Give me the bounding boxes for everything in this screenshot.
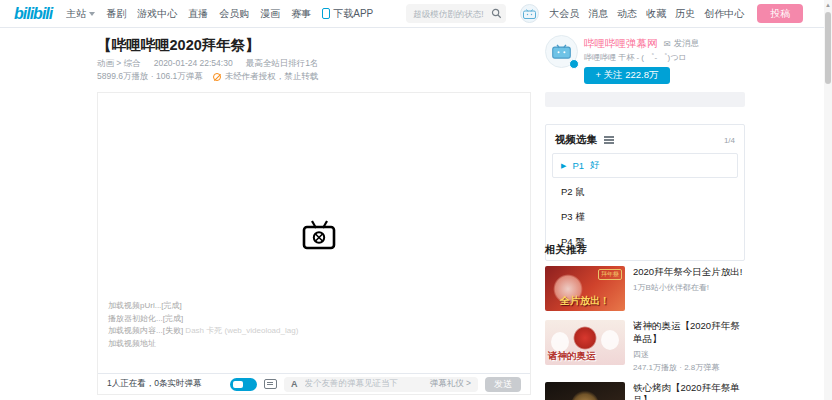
- font-style-icon[interactable]: A: [291, 379, 298, 389]
- related-video-info: 铁心烤肉【2020拜年祭单品】 艾叶 303.2万播放 · 18.3万弹幕: [633, 382, 745, 400]
- playlist-title: 视频选集: [555, 133, 597, 147]
- related-video-stats: 247.1万播放 · 2.8万弹幕: [633, 362, 745, 373]
- tv-face-icon: [552, 44, 571, 59]
- nav-download-app[interactable]: 下载APP: [322, 7, 373, 21]
- nav-game-center[interactable]: 游戏中心: [137, 7, 177, 21]
- nav-live[interactable]: 直播: [188, 7, 208, 21]
- page-title: 【哔哩哔哩2020拜年祭】: [97, 36, 260, 55]
- video-thumbnail[interactable]: 铁心烤肉: [545, 382, 625, 400]
- send-message-label: 发消息: [674, 38, 700, 50]
- related-video-title[interactable]: 诸神的奥运【2020拜年祭单品】: [633, 320, 745, 346]
- thumbnail-art: [573, 326, 597, 350]
- thumbnail-text: 诸神的奥运: [548, 350, 596, 363]
- broken-tv-icon: [301, 219, 337, 251]
- video-player[interactable]: 加载视频pUrl...[完成] 播放器初始化...[完成] 加载视频内容...[…: [97, 92, 531, 395]
- send-danmaku-button[interactable]: 发送: [485, 377, 521, 392]
- upload-button[interactable]: 投稿: [757, 4, 803, 23]
- video-thumbnail[interactable]: 拜年祭 全片放出！: [545, 266, 625, 311]
- user-avatar[interactable]: [520, 4, 539, 23]
- related-video-title[interactable]: 铁心烤肉【2020拜年祭单品】: [633, 382, 745, 400]
- player-log-line: 加载视频pUrl...[完成]: [108, 300, 298, 313]
- playing-icon: ▶: [561, 162, 566, 170]
- nav-mainsite[interactable]: 主站: [66, 7, 95, 21]
- danmaku-toggle-knob: [233, 381, 243, 388]
- scrollbar-thumb[interactable]: [825, 12, 831, 84]
- bilibili-logo[interactable]: bilibili: [14, 5, 52, 23]
- playlist-item-p3[interactable]: P3 槿: [546, 205, 744, 230]
- related-video-info: 诸神的奥运【2020拜年祭单品】 四迷 247.1万播放 · 2.8万弹幕: [633, 320, 745, 373]
- related-video-card[interactable]: 拜年祭 全片放出！ 2020拜年祭今日全片放出! 1万B站小伙伴都在看!: [545, 266, 747, 311]
- nav-manga[interactable]: 漫画: [260, 7, 280, 21]
- watching-count: 1人正在看，0条实时弹幕: [107, 378, 223, 390]
- video-meta-line2: 5899.6万播放 · 106.1万弹幕 未经作者授权，禁止转载: [97, 71, 318, 83]
- search-input[interactable]: [413, 9, 491, 19]
- nav-history[interactable]: 历史: [675, 7, 695, 21]
- uploader-name-line: 哔哩哔哩弹幕网 ✉ 发消息: [584, 37, 699, 51]
- breadcrumb[interactable]: 动画 > 综合: [97, 58, 141, 70]
- scrollbar-up-icon[interactable]: ▲: [824, 0, 832, 10]
- nav-creator-center[interactable]: 创作中心: [704, 7, 744, 21]
- player-log-line: 加载视频内容...[失败] Dash 卡死 (web_videoload_lag…: [108, 325, 298, 338]
- phone-app-icon: [322, 8, 330, 19]
- related-video-info: 2020拜年祭今日全片放出! 1万B站小伙伴都在看!: [633, 266, 745, 311]
- danmaku-toggle[interactable]: [230, 378, 257, 391]
- nav-shop[interactable]: 会员购: [219, 7, 249, 21]
- copyright-text: 未经作者授权，禁止转载: [225, 71, 319, 83]
- nav-vip[interactable]: 大会员: [549, 7, 579, 21]
- nav-feed[interactable]: 动态: [617, 7, 637, 21]
- playlist-item-number: P1: [572, 160, 584, 171]
- danmaku-placeholder: 发个友善的弹幕见证当下: [305, 378, 423, 390]
- related-video-subtitle: 1万B站小伙伴都在看!: [633, 282, 745, 293]
- player-log-line: 播放器初始化...[完成]: [108, 313, 298, 326]
- player-log: 加载视频pUrl...[完成] 播放器初始化...[完成] 加载视频内容...[…: [108, 300, 298, 350]
- nav-messages[interactable]: 消息: [588, 7, 608, 21]
- envelope-icon: ✉: [664, 39, 671, 49]
- danmaku-input[interactable]: A 发个友善的弹幕见证当下 弹幕礼仪 >: [284, 377, 478, 392]
- rank-text: 最高全站日排行1名: [246, 58, 319, 70]
- bilibili-video-page: bilibili 主站 番剧 游戏中心 直播 会员购 漫画 赛事 下载APP: [0, 0, 832, 400]
- list-icon[interactable]: [604, 136, 614, 138]
- send-message-link[interactable]: ✉ 发消息: [664, 38, 700, 50]
- related-video-uploader[interactable]: 四迷: [633, 349, 745, 360]
- playlist-item-number: P2: [561, 186, 573, 197]
- danmaku-send-bar: 1人正在看，0条实时弹幕 A 发个友善的弹幕见证当下 弹幕礼仪 > 发送: [98, 373, 530, 394]
- chevron-down-icon: [89, 12, 95, 16]
- thumbnail-badge: 拜年祭: [598, 269, 622, 280]
- nav-favorites[interactable]: 收藏: [646, 7, 666, 21]
- thumbnail-art: [571, 390, 599, 400]
- no-reprint-icon: [213, 73, 221, 81]
- playlist-item-name: 槿: [575, 211, 585, 222]
- playlist-page-indicator: 1/4: [724, 136, 735, 145]
- copyright-notice: 未经作者授权，禁止转载: [213, 71, 319, 83]
- related-video-card[interactable]: 铁心烤肉 铁心烤肉【2020拜年祭单品】 艾叶 303.2万播放 · 18.3万…: [545, 382, 747, 400]
- nav-bangumi[interactable]: 番剧: [106, 7, 126, 21]
- publish-time: 2020-01-24 22:54:30: [154, 58, 233, 70]
- thumbnail-text: 全片放出！: [545, 294, 625, 308]
- charge-bar[interactable]: [545, 92, 745, 107]
- uploader-avatar[interactable]: [545, 35, 578, 68]
- playlist-item-p1[interactable]: ▶ P1 好: [552, 153, 738, 178]
- playlist-item-p2[interactable]: P2 鼠: [546, 180, 744, 205]
- nav-mainsite-label: 主站: [66, 7, 86, 21]
- thumbnail-art: [551, 332, 569, 352]
- playlist-item-number: P3: [561, 211, 573, 222]
- nav-download-app-label: 下载APP: [333, 7, 373, 21]
- related-videos: 相关推荐 拜年祭 全片放出！ 2020拜年祭今日全片放出! 1万B站小伙伴都在看…: [545, 243, 747, 400]
- search-box: [406, 4, 506, 23]
- search-icon[interactable]: [491, 8, 502, 19]
- related-video-title[interactable]: 2020拜年祭今日全片放出!: [633, 266, 745, 279]
- nav-esports[interactable]: 赛事: [291, 7, 311, 21]
- scrollbar[interactable]: ▲: [824, 0, 832, 400]
- danmaku-etiquette-link[interactable]: 弹幕礼仪 >: [430, 378, 471, 390]
- video-thumbnail[interactable]: 诸神的奥运: [545, 320, 625, 365]
- uploader-name[interactable]: 哔哩哔哩弹幕网: [584, 37, 658, 51]
- danmaku-settings-icon[interactable]: [264, 379, 277, 389]
- playlist-panel: 视频选集 1/4 ▶ P1 好 P2 鼠 P3 槿 P4 聚: [545, 124, 745, 261]
- verified-badge-icon: [569, 59, 579, 69]
- thumbnail-art: [601, 330, 619, 350]
- related-video-card[interactable]: 诸神的奥运 诸神的奥运【2020拜年祭单品】 四迷 247.1万播放 · 2.8…: [545, 320, 747, 373]
- top-navbar: bilibili 主站 番剧 游戏中心 直播 会员购 漫画 赛事 下载APP: [0, 0, 824, 28]
- player-log-line: 加载视频地址: [108, 338, 298, 351]
- follow-button[interactable]: + 关注 222.8万: [584, 67, 670, 84]
- view-danmaku-stats: 5899.6万播放 · 106.1万弹幕: [97, 71, 203, 83]
